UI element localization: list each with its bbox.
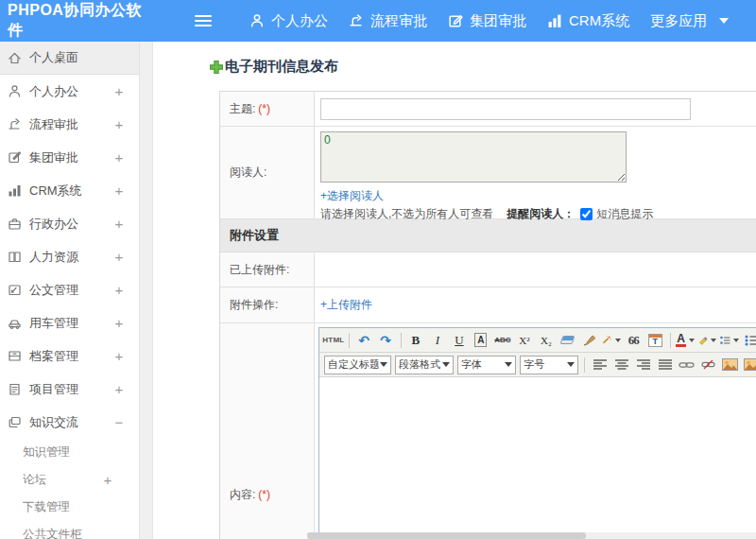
sidebar-item-document-mgmt[interactable]: 公文管理 + [0,273,139,306]
app-title: PHPOA协同办公软件 [0,1,142,41]
rich-text-editor: HTML ↶ ↷ B I U A ABC X² X₂ [318,327,756,539]
sidebar-item-hr[interactable]: 人力资源 + [0,240,139,273]
flow-icon [7,117,23,131]
nav-more-apps[interactable]: 更多应用 [640,0,739,42]
font-family-select[interactable]: 字体 [457,356,516,374]
unordered-list-button[interactable] [742,330,756,350]
paste-text-icon: T [648,334,662,347]
format-painter-button[interactable] [579,330,599,350]
nav-personal-office[interactable]: 个人办公 [239,0,338,42]
expand-toggle[interactable]: + [112,381,126,397]
content-row: 内容:(*) HTML ↶ ↷ B I U [220,323,756,539]
nav-group-approval[interactable]: 集团审批 [438,0,537,42]
insert-link-button[interactable] [677,355,696,374]
scrollbar-thumb[interactable] [307,532,586,539]
subject-row: 主题:(*) [220,92,756,127]
expand-toggle[interactable]: + [101,472,114,488]
subject-input[interactable] [320,98,691,120]
sidebar-item-personal-desktop[interactable]: 个人桌面 [0,42,139,75]
choose-readers-link[interactable]: +选择阅读人 [320,188,384,204]
caret-down-icon [733,339,739,342]
sidebar-item-download-mgmt[interactable]: 下载管理 [0,494,139,521]
sidebar-item-forum[interactable]: 论坛 + [0,466,139,494]
nav-crm[interactable]: CRM系统 [537,0,640,42]
align-right-button[interactable] [633,355,653,374]
caret-down-icon [442,362,450,367]
unlink-icon [701,359,715,370]
remove-link-button[interactable] [698,355,718,374]
insert-image-button[interactable] [720,355,740,374]
sidebar-item-archive-mgmt[interactable]: 档案管理 + [0,339,139,373]
publish-form: 主题:(*) 阅读人: 0 +选择阅读人 请选择阅读人,不选为所有人可查看 提醒… [219,91,756,539]
subject-label: 主题:(*) [220,92,315,126]
clipboard-icon [7,382,23,396]
insert-multi-image-button[interactable] [742,355,756,374]
editor-toolbar-row-2: 自定义标题 段落格式 字体 [319,353,756,377]
sidebar-item-knowledge-mgmt[interactable]: 知识管理 [0,439,139,466]
edit-icon [7,150,23,165]
chat-icon [7,415,23,429]
expand-toggle[interactable]: + [112,216,126,232]
caret-down-icon [615,339,621,342]
upload-attachment-link[interactable]: +上传附件 [320,297,372,313]
align-center-button[interactable] [611,355,631,374]
quick-format-button[interactable] [601,330,621,350]
italic-button[interactable]: I [427,330,447,350]
bold-button[interactable]: B [405,330,425,350]
editor-toolbar-row-1: HTML ↶ ↷ B I U A ABC X² X₂ [319,328,756,353]
html-source-button[interactable]: HTML [323,330,344,350]
nav-workflow-approval[interactable]: 流程审批 [338,0,438,42]
expand-toggle[interactable]: + [112,348,126,364]
underline-button[interactable]: U [449,330,469,350]
subscript-button[interactable]: X₂ [536,330,556,350]
expand-toggle[interactable]: + [112,83,126,99]
heading-style-select[interactable]: 自定义标题 [324,356,391,374]
hamburger-menu-button[interactable] [184,0,222,42]
sidebar-gutter [140,42,153,539]
sidebar-item-admin-office[interactable]: 行政办公 + [0,207,139,240]
ordered-list-button[interactable] [719,330,740,350]
caret-down-icon [711,339,716,342]
font-style-button[interactable]: A [471,330,490,350]
sidebar-item-knowledge-exchange[interactable]: 知识交流 − [0,406,139,439]
person-icon [7,84,23,98]
sidebar-item-personal-office[interactable]: 个人办公 + [0,75,139,108]
readers-textarea[interactable]: 0 [320,131,627,183]
paste-text-button[interactable]: T [645,330,665,350]
font-size-select[interactable]: 字号 [520,356,578,374]
sidebar-item-crm[interactable]: CRM系统 + [0,174,139,207]
expand-toggle[interactable]: + [112,116,126,132]
sidebar-item-vehicle-mgmt[interactable]: 用车管理 + [0,306,139,339]
highlight-color-button[interactable] [697,330,717,350]
sidebar-item-project-mgmt[interactable]: 项目管理 + [0,373,139,406]
attachment-action-label: 附件操作: [220,287,315,322]
font-color-button[interactable]: A [676,330,696,350]
redo-button[interactable]: ↷ [376,330,396,350]
header-nav: 个人办公 流程审批 集团审批 CRM系统 更多应用 [239,0,739,42]
home-icon [7,51,23,65]
expand-toggle[interactable]: + [112,249,126,265]
collapse-toggle[interactable]: − [112,414,126,430]
paragraph-format-select[interactable]: 段落格式 [395,356,454,374]
sms-notify-checkbox[interactable] [580,208,593,220]
sidebar-item-public-file-cabinet[interactable]: 公共文件柜 [0,521,139,539]
expand-toggle[interactable]: + [112,183,126,199]
align-center-icon [615,359,628,370]
sidebar-item-workflow-approval[interactable]: 流程审批 + [0,108,139,141]
align-justify-button[interactable] [655,355,675,374]
expand-toggle[interactable]: + [112,149,126,165]
undo-button[interactable]: ↶ [354,330,374,350]
align-left-button[interactable] [590,355,610,374]
sidebar-item-group-approval[interactable]: 集团审批 + [0,141,139,174]
superscript-button[interactable]: X² [514,330,534,350]
horizontal-scrollbar[interactable] [307,532,756,539]
blockquote-button[interactable]: 66 [624,330,644,350]
editor-content-area[interactable] [319,377,756,539]
expand-toggle[interactable]: + [112,315,126,331]
remove-format-button[interactable] [558,330,577,350]
strikethrough-button[interactable]: ABC [492,330,512,350]
expand-toggle[interactable]: + [112,282,126,298]
main-content: 电子期刊信息发布 主题:(*) 阅读人: 0 +选择阅读人 [153,42,756,539]
page-title: 电子期刊信息发布 [225,58,338,76]
briefcase-icon [7,217,23,231]
